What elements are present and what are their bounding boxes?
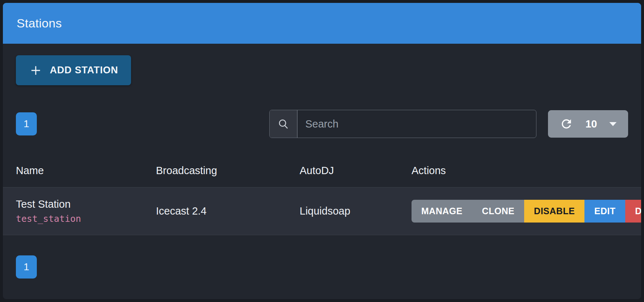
manage-button[interactable]: MANAGE — [412, 200, 472, 223]
table-row: Test Station test_station Icecast 2.4 Li… — [3, 187, 641, 235]
page-title: Stations — [17, 16, 62, 30]
per-page-dropdown[interactable]: 10 — [548, 110, 628, 138]
add-station-label: ADD STATION — [50, 65, 118, 76]
refresh-icon — [560, 117, 573, 131]
card-footer: 1 — [3, 235, 641, 289]
station-autodj-cell: Liquidsoap — [300, 205, 412, 217]
search-icon-container — [270, 110, 297, 138]
pagination-top-page-1[interactable]: 1 — [16, 112, 37, 135]
station-short-name: test_station — [16, 213, 156, 224]
search-icon — [277, 117, 290, 130]
clone-button[interactable]: CLONE — [472, 200, 524, 223]
card-header: Stations — [3, 3, 641, 44]
per-page-value: 10 — [586, 118, 597, 130]
column-header-broadcasting: Broadcasting — [156, 165, 300, 177]
station-actions-cell: MANAGE CLONE DISABLE EDIT DELETE — [412, 200, 641, 223]
delete-button[interactable]: DELETE — [625, 200, 641, 223]
column-header-autodj: AutoDJ — [300, 165, 412, 177]
plus-icon — [29, 64, 43, 77]
stations-table: Name Broadcasting AutoDJ Actions Test St… — [3, 154, 641, 235]
pagination-bottom-page-1[interactable]: 1 — [16, 255, 37, 279]
column-header-actions: Actions — [412, 165, 628, 177]
add-station-button[interactable]: ADD STATION — [16, 55, 131, 85]
station-actions-group: MANAGE CLONE DISABLE EDIT DELETE — [412, 200, 641, 223]
stations-card: Stations ADD STATION 1 — [3, 3, 641, 299]
station-name: Test Station — [16, 198, 156, 210]
search-group — [269, 110, 536, 138]
station-broadcasting-cell: Icecast 2.4 — [156, 205, 300, 217]
caret-down-icon — [609, 122, 617, 126]
column-header-name: Name — [16, 165, 156, 177]
refresh-button[interactable] — [560, 117, 573, 131]
search-input[interactable] — [297, 110, 536, 138]
disable-button[interactable]: DISABLE — [524, 200, 584, 223]
edit-button[interactable]: EDIT — [584, 200, 625, 223]
station-name-cell: Test Station test_station — [16, 198, 156, 224]
table-header-row: Name Broadcasting AutoDJ Actions — [3, 154, 641, 187]
